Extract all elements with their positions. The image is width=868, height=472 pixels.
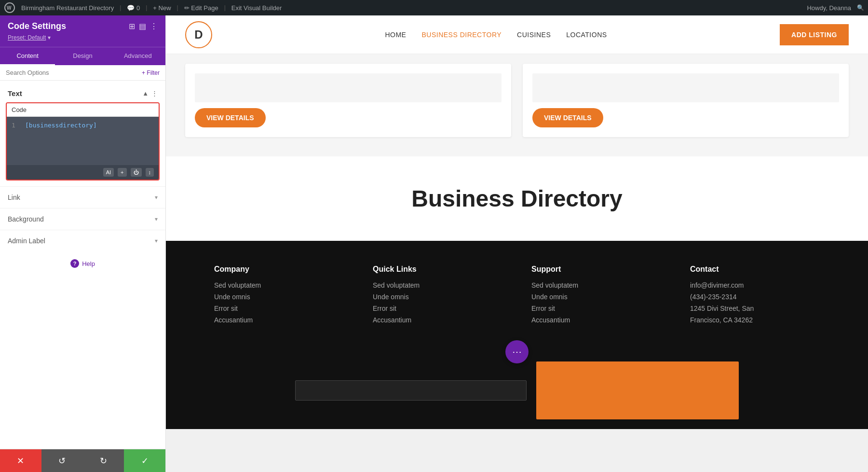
text-section-icons: ▲ ⋮ [142,90,158,97]
tab-advanced[interactable]: Advanced [110,47,165,65]
ai-button[interactable]: AI [103,168,114,177]
code-line-1: 1 [businessdirectory] [12,122,154,129]
footer-contact-address-1: 1245 Divi Street, San [690,305,820,312]
footer-col-quicklinks-title: Quick Links [373,265,502,274]
site-name[interactable]: Birmingham Restaurant Directory [17,4,118,12]
nav-locations[interactable]: LOCATIONS [566,31,607,39]
sidebar-header-icons: ⊞ ▤ ⋮ [129,22,158,31]
tab-content[interactable]: Content [0,47,55,65]
footer-company-link-1[interactable]: Sed voluptatem [214,281,344,289]
footer-quicklinks-link-2[interactable]: Unde omnis [373,293,502,301]
text-section-label: Text [8,89,22,97]
columns-icon[interactable]: ▤ [139,22,146,31]
filter-button[interactable]: + Filter [142,69,160,76]
sidebar-search: + Filter [0,65,165,81]
code-label: Code [7,103,159,117]
site-footer: Company Sed voluptatem Unde omnis Error … [166,241,868,352]
nav-business-directory[interactable]: BUSINESS DIRECTORY [421,31,502,39]
admin-label-label: Admin Label [8,237,45,245]
undo-button[interactable]: ↺ [41,449,83,472]
card-1: VIEW DETAILS [185,64,511,137]
view-details-button-2[interactable]: VIEW DETAILS [532,108,603,127]
search-input[interactable] [6,69,142,76]
redo-button[interactable]: ↻ [83,449,124,472]
help-circle-icon: ? [70,259,79,268]
admin-label-section-header[interactable]: Admin Label ▾ [0,230,165,251]
separator-1: | [120,4,121,11]
collapse-icon[interactable]: ▲ [142,90,149,97]
footer-quicklinks-link-4[interactable]: Accusantium [373,316,502,324]
exit-builder-link[interactable]: Exit Visual Builder [228,4,286,12]
search-icon[interactable]: 🔍 [857,4,864,11]
directory-title: Business Directory [185,185,849,212]
edit-page-link[interactable]: ✏ Edit Page [180,4,222,12]
site-nav: HOME BUSINESS DIRECTORY CUISINES LOCATIO… [385,31,607,39]
svg-text:W: W [7,5,12,11]
more-icon[interactable]: ⋮ [150,22,158,31]
orange-block [536,361,739,419]
nav-home[interactable]: HOME [385,31,406,39]
footer-quicklinks-link-1[interactable]: Sed voluptatem [373,281,502,289]
add-button[interactable]: + [118,168,126,177]
card-2: VIEW DETAILS [523,64,849,137]
wordpress-icon[interactable]: W [4,2,15,14]
footer-support-link-4[interactable]: Accusantium [531,316,661,324]
code-section: Code 1 [businessdirectory] AI + ⏻ ↕ [6,102,160,180]
footer-search-input[interactable] [295,380,527,401]
section-more-icon[interactable]: ⋮ [151,90,158,97]
add-listing-button[interactable]: ADD LISTING [780,24,849,45]
footer-company-link-2[interactable]: Unde omnis [214,293,344,301]
background-section: Background ▾ [0,208,165,230]
site-header: D HOME BUSINESS DIRECTORY CUISINES LOCAT… [166,15,868,54]
footer-support-link-1[interactable]: Sed voluptatem [531,281,661,289]
comments-count[interactable]: 💬 0 [123,4,144,12]
footer-contact-phone[interactable]: (434)-235-2314 [690,293,820,301]
view-details-button-1[interactable]: VIEW DETAILS [195,108,266,127]
tab-design[interactable]: Design [55,47,110,65]
footer-company-link-4[interactable]: Accusantium [214,316,344,324]
footer-col-support: Support Sed voluptatem Unde omnis Error … [531,265,661,328]
sidebar: Code Settings ⊞ ▤ ⋮ Preset: Default ▾ Co… [0,15,166,472]
sidebar-content: Text ▲ ⋮ Code 1 [businessdirectory] AI [0,81,165,449]
background-section-header[interactable]: Background ▾ [0,208,165,230]
separator-3: | [177,4,178,11]
sidebar-tabs: Content Design Advanced [0,47,165,65]
footer-col-support-title: Support [531,265,661,274]
link-section-header[interactable]: Link ▾ [0,187,165,208]
sidebar-header: Code Settings ⊞ ▤ ⋮ Preset: Default ▾ [0,15,165,47]
code-editor[interactable]: 1 [businessdirectory] [7,117,159,165]
footer-col-company-title: Company [214,265,344,274]
footer-quicklinks-link-3[interactable]: Error sit [373,305,502,312]
link-chevron-icon: ▾ [155,194,158,201]
close-button[interactable]: ✕ [0,449,41,472]
footer-contact-email[interactable]: info@divimer.com [690,281,820,289]
admin-label-section: Admin Label ▾ [0,230,165,251]
directory-section: Business Directory [166,156,868,241]
fab-button[interactable]: ⋯ [505,340,529,363]
power-button[interactable]: ⏻ [131,168,142,177]
background-chevron-icon: ▾ [155,216,158,222]
card-2-content [532,73,839,102]
nav-cuisines[interactable]: CUISINES [517,31,551,39]
save-button[interactable]: ✓ [124,449,165,472]
new-link[interactable]: + New [149,4,175,12]
admin-label-chevron-icon: ▾ [155,237,158,244]
cards-row: VIEW DETAILS VIEW DETAILS [185,64,849,137]
wp-admin-bar: W Birmingham Restaurant Directory | 💬 0 … [0,0,868,15]
help-label: Help [82,260,95,267]
footer-support-link-3[interactable]: Error sit [531,305,661,312]
footer-support-link-2[interactable]: Unde omnis [531,293,661,301]
sidebar-title: Code Settings [8,21,66,31]
sidebar-preset: Preset: Default ▾ [8,34,158,41]
link-section: Link ▾ [0,186,165,208]
footer-company-link-3[interactable]: Error sit [214,305,344,312]
copy-icon[interactable]: ⊞ [129,22,135,31]
footer-col-contact: Contact info@divimer.com (434)-235-2314 … [690,265,820,328]
code-shortcode: [businessdirectory] [25,122,97,129]
main-area: Code Settings ⊞ ▤ ⋮ Preset: Default ▾ Co… [0,15,868,472]
arrows-button[interactable]: ↕ [146,168,154,177]
footer-col-company: Company Sed voluptatem Unde omnis Error … [214,265,344,328]
text-section-header[interactable]: Text ▲ ⋮ [0,84,165,102]
help-button[interactable]: ? Help [0,251,165,276]
sidebar-footer: ✕ ↺ ↻ ✓ [0,449,165,472]
